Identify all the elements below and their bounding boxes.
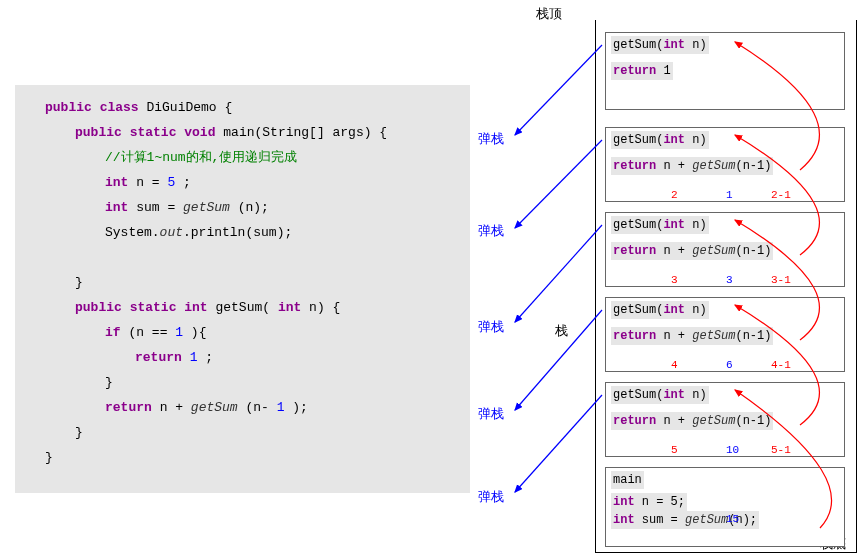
annot-arg: 5-1 [771, 441, 791, 459]
frame-signature: getSum(int n) [611, 301, 709, 319]
code-panel: public class DiGuiDemo { public static v… [15, 85, 470, 493]
stack-frame: getSum(int n) return n + getSum(n-1) 4 6… [605, 297, 845, 372]
frame-signature: getSum(int n) [611, 216, 709, 234]
code-line: } [20, 370, 465, 395]
annot-n: 5 [671, 441, 678, 459]
svg-line-1 [515, 140, 602, 228]
pop-label: 弹栈 [478, 318, 504, 336]
annot-arg: 2-1 [771, 186, 791, 204]
frame-signature: getSum(int n) [611, 36, 709, 54]
frame-return: return 1 [611, 62, 673, 80]
code-line: public static int getSum( int n) { [20, 295, 465, 320]
frame-signature: getSum(int n) [611, 386, 709, 404]
stack-frame-main: main int n = 5; int sum = getSum(n); 15 [605, 467, 845, 547]
stack-frame: getSum(int n) return 1 [605, 32, 845, 110]
code-comment: //计算1~num的和,使用递归完成 [20, 145, 465, 170]
svg-line-0 [515, 45, 602, 135]
stack-frame: getSum(int n) return n + getSum(n-1) 5 1… [605, 382, 845, 457]
code-line: } [20, 445, 465, 470]
pop-label: 弹栈 [478, 130, 504, 148]
frame-return: return n + getSum(n-1) [611, 412, 773, 430]
stack-frame: getSum(int n) return n + getSum(n-1) 3 3… [605, 212, 845, 287]
annot-result: 3 [726, 271, 733, 289]
frame-return: return n + getSum(n-1) [611, 157, 773, 175]
pop-label: 弹栈 [478, 488, 504, 506]
annot-result: 15 [726, 510, 739, 528]
code-line: int sum = getSum (n); [20, 195, 465, 220]
frame-signature: main [611, 471, 644, 489]
code-text: DiGuiDemo { [146, 100, 232, 115]
annot-result: 6 [726, 356, 733, 374]
stack-frame: getSum(int n) return n + getSum(n-1) 2 1… [605, 127, 845, 202]
pop-label: 弹栈 [478, 405, 504, 423]
stack-mid-label: 栈 [555, 322, 568, 340]
svg-line-4 [515, 395, 602, 492]
annot-arg: 4-1 [771, 356, 791, 374]
code-line: return 1 ; [20, 345, 465, 370]
pop-label: 弹栈 [478, 222, 504, 240]
frame-signature: getSum(int n) [611, 131, 709, 149]
code-line [20, 245, 465, 270]
code-line: return n + getSum (n- 1 ); [20, 395, 465, 420]
annot-n: 2 [671, 186, 678, 204]
code-line: } [20, 420, 465, 445]
code-line: int n = 5 ; [20, 170, 465, 195]
frame-return: return n + getSum(n-1) [611, 242, 773, 260]
annot-n: 3 [671, 271, 678, 289]
code-line: System.out.println(sum); [20, 220, 465, 245]
stack-top-label: 栈顶 [536, 5, 562, 23]
kw: public [45, 100, 92, 115]
code-line: public class DiGuiDemo { [20, 95, 465, 120]
code-line: public static void main(String[] args) { [20, 120, 465, 145]
annot-n: 4 [671, 356, 678, 374]
code-line: if (n == 1 ){ [20, 320, 465, 345]
code-line: } [20, 270, 465, 295]
svg-line-2 [515, 225, 602, 322]
frame-return: return n + getSum(n-1) [611, 327, 773, 345]
annot-result: 1 [726, 186, 733, 204]
kw: class [100, 100, 139, 115]
annot-result: 10 [726, 441, 739, 459]
annot-arg: 3-1 [771, 271, 791, 289]
